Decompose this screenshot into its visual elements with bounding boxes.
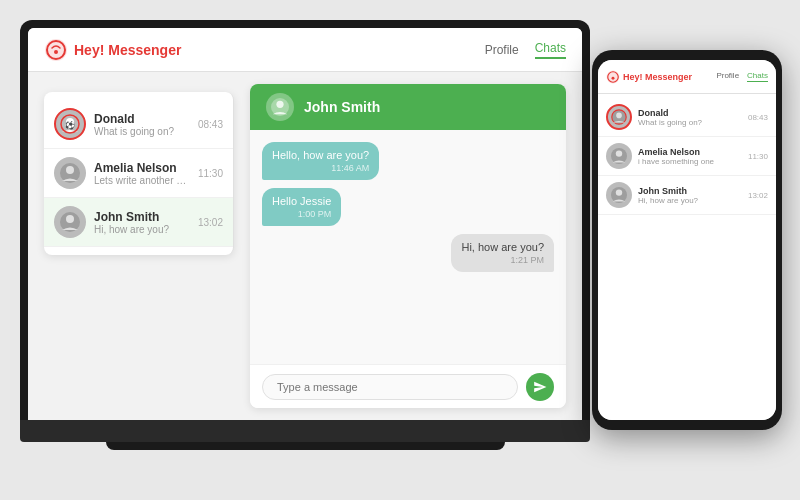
nav-links: Profile Chats [485, 41, 566, 59]
phone-device: Hey! Messenger Profile Chats Donald What… [592, 50, 782, 430]
message-input[interactable] [262, 374, 518, 400]
message-bubble-0: Hello, how are you? 11:46 AM [262, 142, 379, 180]
phone-contact-name-donald: Donald [638, 108, 742, 118]
nav-profile[interactable]: Profile [485, 43, 519, 57]
chat-header: John Smith [250, 84, 566, 130]
logo-hey: Hey! [74, 42, 104, 58]
laptop-screen-inner: Hey! Messenger Profile Chats ⚽ [28, 28, 582, 420]
svg-point-2 [54, 50, 58, 54]
phone-contacts-list: Donald What is going on? 08:43 Amelia Ne… [598, 94, 776, 420]
svg-point-20 [616, 189, 622, 195]
laptop-device: Hey! Messenger Profile Chats ⚽ [20, 20, 590, 450]
svg-point-16 [616, 113, 622, 119]
phone-nav-profile[interactable]: Profile [716, 71, 739, 82]
svg-point-14 [612, 76, 615, 79]
logo: Hey! Messenger [44, 38, 181, 62]
phone-contact-time-amelia: 11:30 [748, 152, 768, 161]
chat-input-area [250, 364, 566, 408]
phone-contact-name-amelia: Amelia Nelson [638, 147, 742, 157]
phone-contact-time-john: 13:02 [748, 191, 768, 200]
phone-header: Hey! Messenger Profile Chats [598, 60, 776, 94]
phone-logo-icon [606, 70, 620, 84]
phone-nav-chats[interactable]: Chats [747, 71, 768, 82]
phone-contact-name-john: John Smith [638, 186, 742, 196]
logo-icon [44, 38, 68, 62]
svg-point-9 [66, 215, 74, 223]
logo-messenger: Messenger [104, 42, 181, 58]
phone-contact-time-donald: 08:43 [748, 113, 768, 122]
phone-contact-preview-donald: What is going on? [638, 118, 742, 127]
message-time-1: 1:00 PM [272, 209, 331, 219]
contact-item-amelia[interactable]: Amelia Nelson Lets write another one 11:… [44, 149, 233, 198]
phone-avatar-donald [606, 104, 632, 130]
phone-nav: Profile Chats [716, 71, 768, 82]
phone-contact-preview-john: Hi, how are you? [638, 196, 742, 205]
contact-time-donald: 08:43 [198, 119, 223, 130]
svg-point-18 [616, 150, 622, 156]
avatar-amelia [54, 157, 86, 189]
chat-header-avatar [266, 93, 294, 121]
chat-area: John Smith Hello, how are you? 11:46 AM … [250, 84, 566, 408]
phone-logo-hey: Hey! [623, 72, 643, 82]
contact-item-donald[interactable]: ⚽ Donald What is going on? 08:43 [44, 100, 233, 149]
chat-recipient-name: John Smith [304, 99, 380, 115]
phone-contact-amelia[interactable]: Amelia Nelson i have something one 11:30 [598, 137, 776, 176]
svg-text:⚽: ⚽ [65, 120, 75, 130]
contact-info-amelia: Amelia Nelson Lets write another one [94, 161, 190, 186]
logo-text: Hey! Messenger [74, 42, 181, 58]
phone-contact-preview-amelia: i have something one [638, 157, 742, 166]
phone-contact-john[interactable]: John Smith Hi, how are you? 13:02 [598, 176, 776, 215]
phone-logo-messenger: Messenger [643, 72, 693, 82]
contact-item-john[interactable]: John Smith Hi, how are you? 13:02 [44, 198, 233, 247]
phone-logo-text: Hey! Messenger [623, 72, 692, 82]
laptop-screen-outer: Hey! Messenger Profile Chats ⚽ [20, 20, 590, 420]
app-container: Hey! Messenger Profile Chats ⚽ [28, 28, 582, 420]
phone-contact-info-donald: Donald What is going on? [638, 108, 742, 127]
contact-time-john: 13:02 [198, 217, 223, 228]
message-text-1: Hello Jessie [272, 195, 331, 207]
contact-preview-john: Hi, how are you? [94, 224, 190, 235]
phone-screen: Hey! Messenger Profile Chats Donald What… [598, 60, 776, 420]
message-time-2: 1:21 PM [461, 255, 544, 265]
contact-preview-donald: What is going on? [94, 126, 190, 137]
avatar-donald: ⚽ [54, 108, 86, 140]
laptop-base [20, 420, 590, 442]
messages-list: Hello, how are you? 11:46 AM Hello Jessi… [250, 130, 566, 364]
nav-chats[interactable]: Chats [535, 41, 566, 59]
svg-point-11 [276, 101, 283, 108]
phone-avatar-john [606, 182, 632, 208]
message-bubble-2: Hi, how are you? 1:21 PM [451, 234, 554, 272]
avatar-john [54, 206, 86, 238]
contact-name-donald: Donald [94, 112, 190, 126]
phone-contact-info-john: John Smith Hi, how are you? [638, 186, 742, 205]
app-header: Hey! Messenger Profile Chats [28, 28, 582, 72]
phone-contact-info-amelia: Amelia Nelson i have something one [638, 147, 742, 166]
message-text-2: Hi, how are you? [461, 241, 544, 253]
message-text-0: Hello, how are you? [272, 149, 369, 161]
laptop-foot [106, 442, 505, 450]
send-button[interactable] [526, 373, 554, 401]
svg-point-7 [66, 166, 74, 174]
contact-info-donald: Donald What is going on? [94, 112, 190, 137]
contact-name-amelia: Amelia Nelson [94, 161, 190, 175]
phone-avatar-amelia [606, 143, 632, 169]
contact-time-amelia: 11:30 [198, 168, 223, 179]
contact-name-john: John Smith [94, 210, 190, 224]
contact-info-john: John Smith Hi, how are you? [94, 210, 190, 235]
phone-logo: Hey! Messenger [606, 70, 692, 84]
contact-preview-amelia: Lets write another one [94, 175, 190, 186]
message-bubble-1: Hello Jessie 1:00 PM [262, 188, 341, 226]
contacts-sidebar: ⚽ Donald What is going on? 08:43 [44, 92, 234, 255]
message-time-0: 11:46 AM [272, 163, 369, 173]
phone-contact-donald[interactable]: Donald What is going on? 08:43 [598, 98, 776, 137]
app-body: ⚽ Donald What is going on? 08:43 [28, 72, 582, 420]
